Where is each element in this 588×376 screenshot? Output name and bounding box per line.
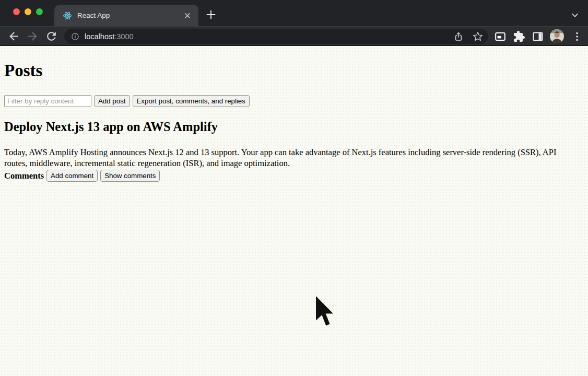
tab-title: React App bbox=[77, 11, 183, 19]
page-title: Posts bbox=[4, 61, 584, 80]
post-body: Today, AWS Amplify Hosting announces Nex… bbox=[4, 147, 578, 169]
plus-icon[interactable] bbox=[205, 8, 217, 21]
export-button[interactable]: Export post, comments, and replies bbox=[133, 95, 250, 107]
post-title: Deploy Next.js 13 app on AWS Amplify bbox=[4, 120, 584, 134]
window-minimize-button[interactable] bbox=[25, 8, 31, 15]
browser-toolbar: localhost:3000 bbox=[0, 26, 588, 46]
side-panel-icon[interactable] bbox=[532, 30, 544, 43]
avatar[interactable] bbox=[550, 29, 564, 43]
share-icon[interactable] bbox=[453, 31, 464, 42]
comments-section: Comments Add comment Show comments bbox=[4, 170, 584, 182]
comments-label: Comments bbox=[4, 171, 44, 181]
url-host: localhost bbox=[85, 32, 114, 41]
close-icon[interactable] bbox=[183, 11, 192, 20]
media-controls-icon[interactable] bbox=[494, 30, 507, 43]
chevron-down-icon[interactable] bbox=[569, 9, 581, 21]
browser-tab-react-app[interactable]: React App bbox=[54, 5, 198, 26]
filter-input[interactable] bbox=[4, 95, 91, 107]
tab-strip: React App bbox=[0, 0, 588, 26]
forward-icon[interactable] bbox=[26, 30, 39, 43]
post-controls: Add post Export post, comments, and repl… bbox=[4, 95, 584, 107]
reload-icon[interactable] bbox=[45, 30, 58, 43]
kebab-menu-icon[interactable] bbox=[571, 30, 583, 43]
star-icon[interactable] bbox=[473, 31, 483, 42]
add-post-button[interactable]: Add post bbox=[94, 95, 130, 107]
info-icon[interactable] bbox=[70, 32, 80, 41]
back-icon[interactable] bbox=[7, 30, 20, 43]
url-text: localhost:3000 bbox=[85, 32, 444, 41]
url-port: :3000 bbox=[114, 32, 133, 41]
add-comment-button[interactable]: Add comment bbox=[46, 170, 98, 182]
document: Posts Add post Export post, comments, an… bbox=[0, 47, 588, 186]
puzzle-icon[interactable] bbox=[513, 30, 525, 43]
react-logo-icon bbox=[63, 11, 72, 20]
window-controls bbox=[13, 8, 43, 15]
show-comments-button[interactable]: Show comments bbox=[100, 170, 160, 182]
window-close-button[interactable] bbox=[13, 8, 20, 15]
page-viewport: Posts Add post Export post, comments, an… bbox=[0, 47, 588, 376]
window-zoom-button[interactable] bbox=[36, 8, 43, 15]
address-bar[interactable]: localhost:3000 bbox=[64, 29, 488, 44]
